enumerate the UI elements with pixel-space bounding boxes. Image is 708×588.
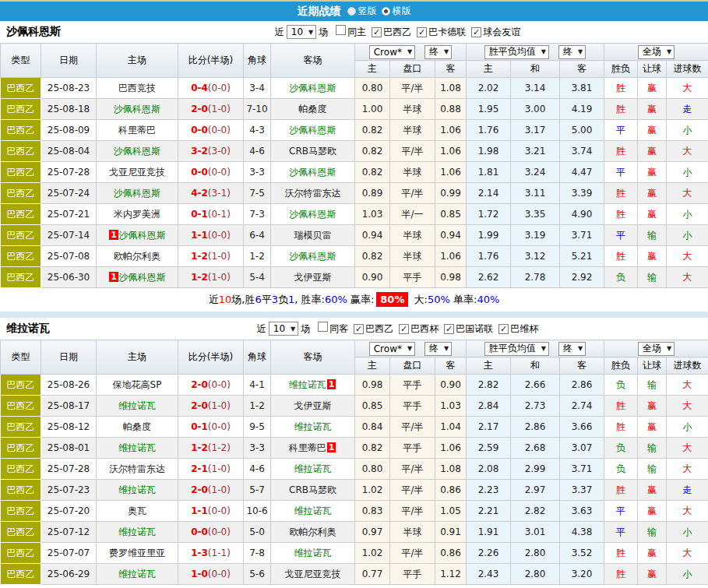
chevron-down-icon: ▼: [578, 345, 583, 352]
halftime-score: (0-1): [208, 209, 231, 220]
halftime-score: (1-0): [208, 484, 231, 495]
home-team-name: 保地花高SP: [113, 379, 162, 390]
home-team-cell: 沙佩科恩斯: [97, 183, 178, 204]
avg-final-select[interactable]: 终▼: [558, 342, 586, 356]
rank-badge: 1: [109, 272, 118, 282]
home-team-name: 沙佩科恩斯: [119, 230, 166, 241]
away-team-cell: 科里蒂巴1: [271, 438, 355, 459]
avg-away-cell: 5.21: [560, 246, 604, 267]
avg-away-cell: 3.66: [560, 417, 604, 438]
avg-away-cell: 3.39: [560, 183, 604, 204]
avg-odds-select[interactable]: 胜平负均值▼: [484, 342, 549, 356]
odds-handicap-cell: 平手: [390, 438, 435, 459]
avg-draw-cell: 3.24: [511, 162, 560, 183]
filter-checkbox-label[interactable]: 巴国诺联: [456, 323, 493, 334]
checked-checkbox[interactable]: ✓: [417, 27, 427, 37]
avg-home-cell: 2.08: [467, 459, 511, 480]
summary-part: 50%: [428, 294, 450, 305]
odds-handicap-cell: 半球: [390, 246, 435, 267]
home-team-cell: 1沙佩科恩斯: [97, 225, 178, 246]
radio-horizontal-label[interactable]: 横版: [393, 5, 411, 18]
checked-checkbox[interactable]: ✓: [372, 27, 382, 37]
summary-part: 负: [278, 294, 288, 305]
checked-checkbox[interactable]: ✓: [471, 27, 481, 37]
odds-company-select[interactable]: Crow*▼: [369, 45, 415, 59]
odds-away-cell: 0.88: [435, 99, 467, 120]
avg-odds-value: 胜平负均值: [489, 45, 536, 58]
radio-vertical-label[interactable]: 竖版: [358, 5, 377, 18]
odds-home-cell: 0.83: [355, 501, 390, 522]
date-cell: 25-07-12: [41, 522, 97, 543]
filter-checkbox-label[interactable]: 同客: [329, 323, 348, 334]
avg-away-cell: 3.71: [560, 225, 604, 246]
odds-home-cell: 1.03: [355, 204, 390, 225]
odds-company-select[interactable]: Crow*▼: [369, 342, 415, 356]
radio-vertical-layout[interactable]: [347, 7, 356, 16]
unchecked-checkbox[interactable]: [318, 322, 328, 332]
home-team-cell: 科里蒂巴: [97, 120, 178, 141]
summary-part: 6: [255, 294, 261, 305]
filter-checkbox-label[interactable]: 巴维杯: [510, 323, 538, 334]
avg-draw-cell: 3.21: [511, 141, 560, 162]
filter-checkbox-label[interactable]: 巴西乙: [383, 26, 411, 37]
odds-final-select[interactable]: 终▼: [424, 342, 452, 356]
odds-home-cell: 0.82: [355, 438, 390, 459]
fullmatch-select[interactable]: 全场▼: [638, 45, 675, 59]
table-row: 巴西乙25-07-141沙佩科恩斯1-1(0-0)6-4瑞模贝雷0.94半球0.…: [1, 225, 708, 246]
odds-company-value: Crow*: [374, 343, 402, 354]
checked-checkbox[interactable]: ✓: [444, 324, 454, 334]
avg-home-cell: 2.59: [467, 438, 511, 459]
avg-odds-select[interactable]: 胜平负均值▼: [484, 45, 549, 59]
score-cell: 0-4(0-0): [178, 78, 244, 99]
score-cell: 3-2(3-0): [178, 141, 244, 162]
halftime-score: (1-1): [208, 548, 231, 558]
odds-final-select[interactable]: 终▼: [424, 45, 452, 59]
score-cell: 1-2(1-0): [178, 267, 244, 288]
halftime-score: (0-0): [208, 125, 231, 136]
away-team-name: 维拉诺瓦: [294, 463, 332, 474]
avg-home-cell: 2.02: [467, 78, 511, 99]
date-cell: 25-07-28: [41, 162, 97, 183]
league-cell: 巴西乙: [1, 267, 41, 288]
filter-checkbox-label[interactable]: 球会友谊: [483, 26, 520, 37]
result-cell: 负: [604, 267, 638, 288]
games-count-select[interactable]: 10▼: [269, 322, 298, 336]
home-team-name: 奥瓦: [128, 505, 146, 516]
filter-checkbox-label[interactable]: 同主: [347, 26, 366, 37]
odds-home-cell: 1.00: [355, 99, 390, 120]
odds-handicap-cell: 平/半: [390, 183, 435, 204]
home-team-name: 科里蒂巴: [118, 125, 156, 136]
goals-result-cell: 小: [667, 162, 708, 183]
filter-checkbox-label[interactable]: 巴卡德联: [428, 26, 466, 37]
team1-table-head: 类型 日期 主场 比分(半场) 角球 客场 Crow*▼终▼ 胜平负均值▼终▼ …: [1, 44, 708, 78]
checked-checkbox[interactable]: ✓: [399, 324, 409, 334]
avg-final-select[interactable]: 终▼: [558, 45, 586, 59]
avg-away-cell: 2.74: [560, 396, 604, 417]
fullmatch-select[interactable]: 全场▼: [638, 342, 675, 356]
team1-filter-group: 近 10▼ 场 同主✓巴西乙✓巴卡德联✓球会友谊: [275, 25, 520, 39]
odds-handicap-cell: 半球: [390, 522, 435, 543]
home-team-name: 帕桑度: [123, 421, 151, 432]
goals-result-cell: 大: [667, 459, 708, 480]
radio-horizontal-layout[interactable]: [382, 7, 390, 16]
home-team-name: 沙佩科恩斯: [114, 188, 160, 199]
away-team-name: 戈伊亚斯: [294, 400, 332, 411]
unchecked-checkbox[interactable]: [336, 25, 346, 35]
filter-checkbox-label[interactable]: 巴西乙: [365, 323, 393, 334]
checked-checkbox[interactable]: ✓: [354, 324, 364, 334]
odds-home-cell: 0.82: [355, 141, 390, 162]
date-cell: 25-08-26: [41, 375, 97, 396]
home-team-name: 费罗维亚里亚: [109, 548, 165, 558]
table-row: 巴西乙25-07-21米内罗美洲0-1(0-1)7-3沙佩科恩斯1.03半/一0…: [1, 204, 708, 225]
games-count-select[interactable]: 10▼: [287, 25, 316, 39]
goals-result-cell: 小: [667, 564, 708, 585]
score-cell: 2-0(1-0): [178, 480, 244, 501]
avg-home-cell: 1.81: [467, 162, 511, 183]
result-cell: 胜: [604, 564, 638, 585]
avg-away-cell: 4.47: [560, 162, 604, 183]
avg-away-cell: 3.20: [560, 564, 604, 585]
checked-checkbox[interactable]: ✓: [498, 324, 509, 334]
filter-checkbox-label[interactable]: 巴西杯: [410, 323, 439, 334]
odds-home-cell: 0.98: [355, 375, 390, 396]
avg-home-cell: 1.98: [467, 141, 511, 162]
